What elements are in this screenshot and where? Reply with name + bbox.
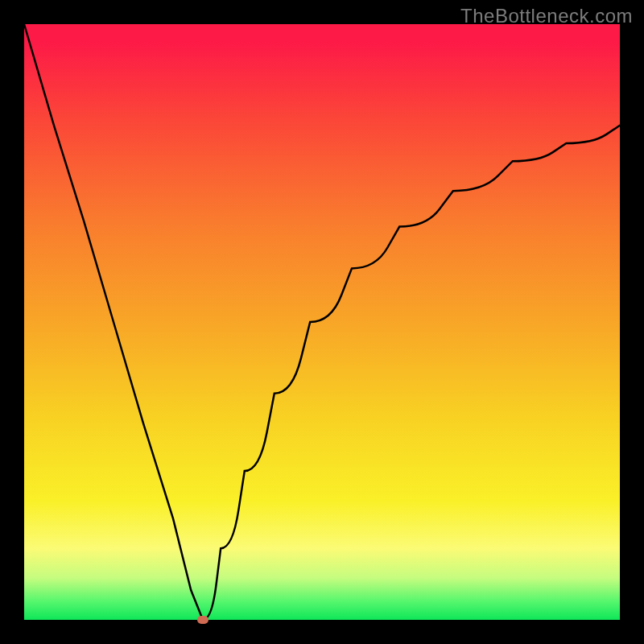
bottleneck-curve (24, 24, 620, 620)
curve-path (24, 24, 620, 620)
min-marker (197, 616, 208, 624)
plot-area (24, 24, 620, 620)
chart-frame: TheBottleneck.com (0, 0, 644, 644)
